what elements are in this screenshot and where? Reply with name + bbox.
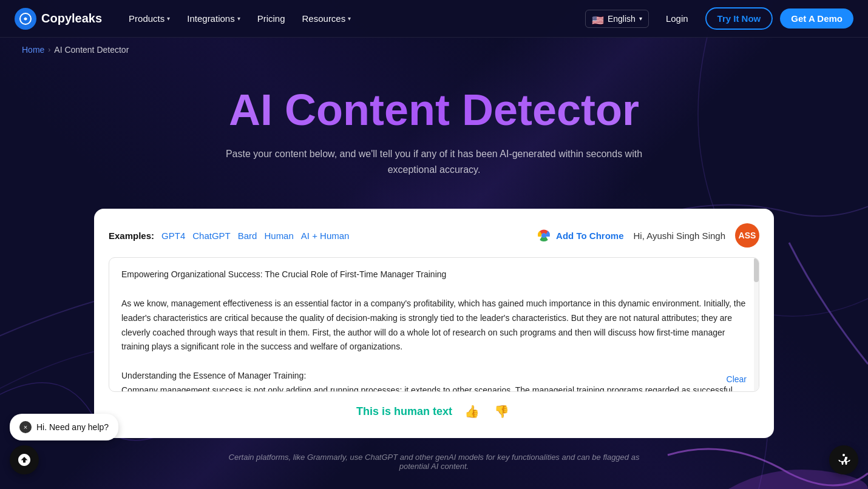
login-button[interactable]: Login — [656, 8, 698, 29]
logo-icon — [15, 8, 36, 30]
flag-icon: 🇺🇸 — [592, 15, 604, 23]
thumbs-up-button[interactable]: 👍 — [462, 402, 482, 421]
card-right-bar: Add To Chrome Hi, Ayushi Singh Singh ASS — [537, 223, 759, 248]
nav-right: 🇺🇸 English ▾ Login Try It Now Get A Demo — [585, 7, 853, 30]
chat-widget: × Hi. Need any help? — [10, 445, 39, 474]
examples-section: Examples: GPT4 ChatGPT Bard Human AI + H… — [109, 231, 349, 241]
chat-bubble: × Hi. Need any help? — [10, 414, 118, 440]
result-text: This is human text — [356, 405, 452, 418]
disclaimer-text: Certain platforms, like Grammarly, use C… — [222, 453, 646, 471]
nav-item-pricing[interactable]: Pricing — [250, 8, 293, 29]
example-ai-human[interactable]: AI + Human — [301, 231, 350, 241]
chrome-icon — [537, 228, 551, 243]
try-it-now-button[interactable]: Try It Now — [705, 7, 773, 30]
chevron-down-icon: ▾ — [237, 15, 240, 22]
scrollbar-track — [754, 258, 759, 391]
svg-point-2 — [542, 234, 546, 238]
logo-text: Copyleaks — [41, 12, 102, 25]
scrollbar-thumb[interactable] — [754, 258, 759, 282]
clear-button[interactable]: Clear — [727, 374, 747, 384]
add-to-chrome-button[interactable]: Add To Chrome — [537, 228, 623, 243]
thumbs-down-button[interactable]: 👎 — [492, 402, 512, 421]
accessibility-icon — [836, 453, 851, 467]
avatar: ASS — [735, 223, 759, 248]
hero-section: AI Content Detector Paste your content b… — [0, 62, 868, 209]
breadcrumb-separator: › — [48, 46, 50, 54]
nav-item-products[interactable]: Products ▾ — [121, 8, 177, 29]
chevron-down-icon: ▾ — [167, 15, 170, 22]
nav-item-resources[interactable]: Resources ▾ — [295, 8, 359, 29]
chat-toggle-button[interactable] — [10, 445, 39, 474]
logo[interactable]: Copyleaks — [15, 8, 102, 30]
chevron-down-icon: ▾ — [348, 15, 351, 22]
examples-label: Examples: — [109, 231, 154, 241]
detector-card: Examples: GPT4 ChatGPT Bard Human AI + H… — [94, 209, 774, 438]
nav-item-integrations[interactable]: Integrations ▾ — [180, 8, 247, 29]
breadcrumb-current: AI Content Detector — [54, 45, 129, 55]
hero-subtitle: Paste your content below, and we'll tell… — [222, 146, 646, 177]
navbar: Copyleaks Products ▾ Integrations ▾ Pric… — [0, 0, 868, 38]
result-bar: This is human text 👍 👎 — [109, 392, 759, 423]
breadcrumb-home-link[interactable]: Home — [22, 45, 44, 55]
example-gpt4[interactable]: GPT4 — [161, 231, 185, 241]
card-top-bar: Examples: GPT4 ChatGPT Bard Human AI + H… — [109, 223, 759, 248]
language-selector[interactable]: 🇺🇸 English ▾ — [585, 10, 649, 28]
user-greeting: Hi, Ayushi Singh Singh — [634, 231, 726, 241]
breadcrumb: Home › AI Content Detector — [0, 38, 868, 62]
example-bard[interactable]: Bard — [238, 231, 257, 241]
text-input-area: Empowering Organizational Success: The C… — [109, 257, 759, 392]
page-title: AI Content Detector — [15, 86, 853, 134]
content-textarea[interactable]: Empowering Organizational Success: The C… — [109, 258, 759, 391]
chat-close-button[interactable]: × — [19, 421, 32, 433]
chat-icon — [17, 453, 32, 467]
svg-point-3 — [843, 454, 845, 456]
nav-links: Products ▾ Integrations ▾ Pricing Resour… — [121, 8, 585, 29]
example-chatgpt[interactable]: ChatGPT — [192, 231, 231, 241]
example-human[interactable]: Human — [264, 231, 293, 241]
get-a-demo-button[interactable]: Get A Demo — [780, 8, 853, 29]
chevron-down-icon: ▾ — [639, 15, 642, 22]
accessibility-button[interactable] — [829, 445, 858, 474]
